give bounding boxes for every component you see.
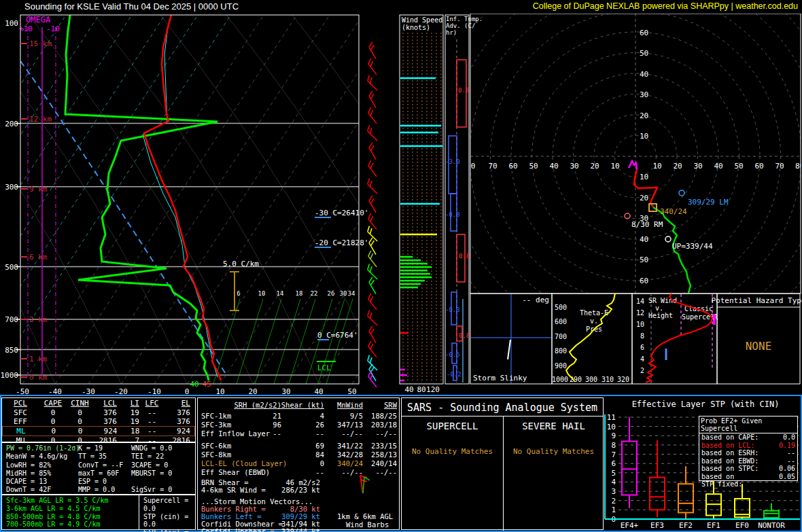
svg-text:50: 50	[734, 162, 743, 171]
wind-barb-icon	[368, 42, 381, 59]
wind-barb-icon	[366, 160, 381, 177]
svg-text:10: 10	[610, 162, 619, 171]
divider	[503, 416, 504, 531]
svg-text:900: 900	[555, 362, 567, 370]
isotherm-line	[188, 15, 429, 384]
svg-text:40: 40	[404, 385, 413, 394]
wind-barb-icon	[368, 238, 381, 255]
composite-indices: Supercell = 0.0STP (cin) = 0.0 STP (fix)…	[143, 497, 195, 532]
svg-text:20: 20	[673, 162, 682, 171]
wind-barb-icon	[366, 179, 381, 194]
svg-text:50: 50	[529, 162, 538, 171]
kinematics-panel: SRH (m2/s2) Shear (kt) MnWind SRW SFC-1k…	[197, 397, 400, 530]
svg-text:0.8: 0.8	[459, 332, 470, 339]
stp-y-tick-label: 7	[611, 450, 616, 459]
stp-box	[764, 511, 779, 518]
page-title: Sounding for KSLE Valid Thu 04 Dec 2025 …	[24, 1, 239, 12]
svg-text:0.8: 0.8	[459, 253, 470, 260]
kinematics-row: SFC-6km 69341/22 233/15	[198, 442, 399, 450]
svg-text:-0.2: -0.2	[447, 371, 461, 378]
isotherm-line	[0, 15, 99, 384]
thermo-col1: PW = 0.76in (1-2σ)MeanW = 4.6g/kg LowRH …	[6, 444, 80, 495]
thermo-col2: K = 19TT = 35 ConvT = --FmaxT = 60F ESP …	[78, 444, 123, 495]
prob-row: based on STPC:0.06	[699, 465, 797, 473]
svg-text:10: 10	[258, 290, 266, 297]
stp-y-tick-label: 2	[611, 497, 616, 506]
stp-y-tick-label: 11	[607, 413, 616, 422]
wind-speed-axis: 40 80 120	[404, 385, 440, 394]
svg-text:Supercell: Supercell	[682, 313, 718, 321]
wind-barb-icon	[368, 91, 381, 108]
wind-barb-icon	[366, 294, 381, 310]
kinematics-header: SRH (m2/s2) Shear (kt) MnWind SRW	[198, 401, 399, 409]
svg-text:26: 26	[328, 290, 335, 297]
svg-text:0: 0	[471, 162, 476, 171]
svg-text:8: 8	[640, 332, 644, 340]
isotherm-line	[286, 15, 527, 384]
sounding-graphics: OMEGA +10 -10 100 200 300 500 700 850 10…	[0, 14, 802, 395]
omega-label: OMEGA	[26, 15, 51, 24]
wind-barb-icon	[366, 107, 381, 124]
prob-ef2-table: Prob EF2+ Given Supercell based on CAPE:…	[699, 416, 798, 481]
mixing-ratio-line	[274, 299, 300, 384]
svg-text:3 km: 3 km	[29, 315, 48, 324]
inset-wind-barb-icon	[351, 472, 375, 496]
prob-row: based on CAPE:0.0	[699, 433, 797, 442]
kinematics-row: SFC-8km 84342/28 258/13	[198, 450, 399, 459]
svg-text:30: 30	[340, 290, 347, 297]
sr-wind-y-labels: 14 12 10 8 6 4 2	[636, 298, 644, 374]
svg-text:1 km: 1 km	[29, 355, 48, 363]
isotherm-line	[451, 15, 693, 384]
isotherm-line	[418, 15, 659, 384]
svg-text:30: 30	[570, 162, 578, 171]
stp-chart-title: Effective Layer STP (with CIN)	[632, 400, 780, 409]
isotherm-line	[352, 15, 593, 384]
left-mover-marker	[679, 190, 684, 196]
svg-text:40: 40	[549, 162, 558, 171]
hodograph-axes	[470, 14, 801, 294]
updraft-label: UP=339/44	[672, 242, 713, 251]
mixing-ratio-line	[289, 299, 315, 384]
thetae-x-labels: 290 300 310 320	[570, 376, 629, 383]
kinematics-row-cloud-layer: LCL-EL (Cloud Layer) 0340/24 240/14	[198, 459, 399, 467]
svg-text:-3.0: -3.0	[445, 158, 460, 165]
dry-adiabat-line	[160, 15, 385, 384]
hodograph-ring	[387, 14, 802, 395]
svg-text:70: 70	[488, 162, 497, 171]
svg-text:40: 40	[640, 70, 648, 79]
wind-barb-icon	[366, 371, 381, 387]
stp-y-tick-label: 6	[611, 459, 616, 468]
isotherm-line	[88, 15, 330, 384]
wind-speed-title-1: Wind Speed	[402, 16, 442, 24]
sharppy-sounding-page: Sounding for KSLE Valid Thu 04 Dec 2025 …	[0, 0, 802, 532]
wind-speed-title-2: (knots)	[402, 24, 430, 31]
surface-temp-label: 45	[202, 380, 211, 389]
svg-text:Height: Height	[648, 312, 673, 319]
lapse-rate-label: 5.0 C/km	[223, 260, 259, 268]
stp-box	[678, 484, 693, 512]
svg-text:300: 300	[585, 376, 597, 383]
lcl-label: LCL	[317, 363, 331, 372]
lapse-rates-panel: Sfc-3km AGL LR = 3.5 C/km3-6km AGL LR = …	[1, 495, 196, 530]
svg-text:10: 10	[640, 173, 648, 181]
barb-caption: Wind Barbs	[198, 520, 399, 529]
stp-y-tick-label: 8	[611, 441, 616, 450]
isotherm-line	[220, 15, 461, 384]
svg-text:14: 14	[636, 298, 644, 305]
dry-adiabats	[0, 15, 517, 384]
svg-text:20: 20	[640, 194, 648, 202]
hazard-value: NONE	[746, 340, 772, 353]
updraft-marker	[665, 236, 671, 242]
svg-text:100: 100	[5, 19, 18, 28]
left-mover-label: 309/29 LM	[688, 198, 729, 207]
isotherm-line	[319, 15, 561, 384]
prob-row: based on ESRH:--	[699, 449, 797, 457]
hodograph-border	[470, 14, 801, 294]
stp-category-label: EF4+	[621, 521, 639, 530]
svg-text:-0.8: -0.8	[445, 211, 460, 218]
parcel-table-header: PCL CAPE CINH LCL LI LFC EL	[2, 398, 195, 408]
prob-table-title: Prob EF2+ Given Supercell	[699, 416, 797, 433]
svg-text:20: 20	[640, 111, 648, 120]
omega-plus10-label: +10	[19, 24, 33, 33]
thetae-curve	[566, 294, 615, 382]
